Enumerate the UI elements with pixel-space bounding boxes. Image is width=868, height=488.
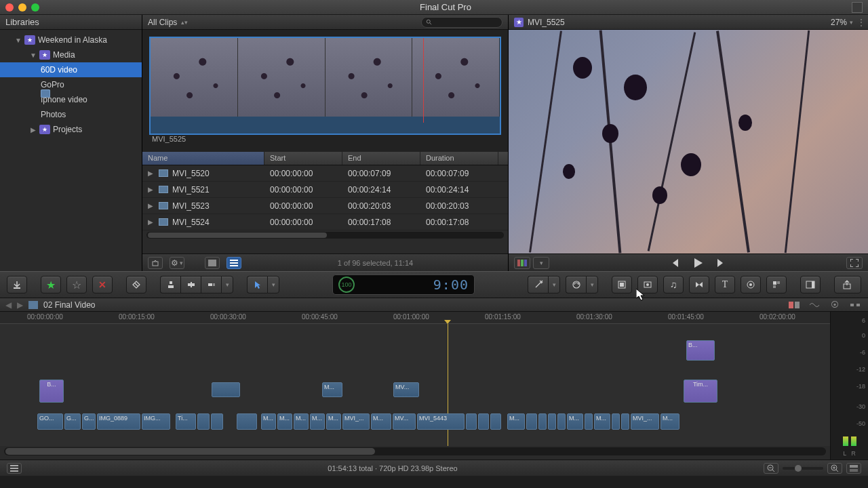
timeline-clip[interactable] — [612, 413, 620, 430]
timeline-clip[interactable]: M... — [310, 413, 325, 430]
titles-browser-button[interactable]: T — [715, 276, 735, 293]
disclosure-triangle-icon[interactable]: ▶ — [148, 202, 155, 209]
event-item[interactable]: ▶ ★ Projects — [0, 122, 142, 137]
retime-dropdown[interactable]: ▾ — [586, 276, 598, 293]
collection-item[interactable]: Iphone video — [0, 92, 142, 107]
timeline-clip[interactable]: M... — [294, 413, 309, 430]
disclosure-triangle-icon[interactable]: ▼ — [15, 37, 22, 44]
gear-menu-button[interactable]: ⚙▾ — [170, 257, 184, 269]
list-view-button[interactable] — [226, 257, 241, 269]
timeline-index-button[interactable] — [7, 463, 22, 474]
timeline-history-forward[interactable]: ▶ — [17, 300, 23, 310]
connected-clip[interactable]: M... — [322, 382, 342, 397]
horizontal-scrollbar[interactable] — [146, 232, 504, 239]
inspector-toggle-button[interactable] — [800, 276, 821, 293]
retime-button[interactable] — [566, 276, 586, 293]
timeline-clip[interactable] — [478, 413, 489, 430]
auto-enhance-button[interactable] — [528, 276, 548, 293]
share-button[interactable] — [834, 276, 861, 293]
disclosure-triangle-icon[interactable]: ▶ — [148, 186, 155, 193]
column-header-start[interactable]: Start — [264, 152, 342, 165]
clip-appearance-button[interactable] — [846, 463, 861, 474]
timeline-clip[interactable] — [585, 413, 593, 430]
zoom-out-button[interactable] — [764, 463, 778, 474]
disclosure-triangle-icon[interactable]: ▶ — [148, 218, 155, 226]
table-row[interactable]: ▶MVI_552300:00:00:0000:00:20:0300:00:20:… — [142, 198, 508, 214]
table-row[interactable]: ▶MVI_552000:00:00:0000:00:07:0900:00:07:… — [142, 165, 508, 182]
timeline-clip[interactable] — [466, 413, 477, 430]
connect-clip-button[interactable] — [160, 276, 180, 293]
themes-browser-button[interactable] — [766, 276, 787, 293]
fullscreen-viewer-button[interactable] — [846, 257, 863, 269]
timeline-history-back[interactable]: ◀ — [5, 300, 12, 310]
timeline-clip[interactable] — [538, 413, 547, 430]
timeline-clip[interactable]: MVI_5443 — [417, 413, 465, 430]
timeline-clip[interactable]: M... — [277, 413, 292, 430]
background-tasks-dial[interactable]: 100 — [338, 277, 355, 293]
timeline-clip[interactable]: M... — [371, 413, 391, 430]
enhance-dropdown[interactable]: ▾ — [548, 276, 560, 293]
snapping-toggle[interactable] — [848, 300, 863, 310]
connected-clip[interactable]: B... — [39, 380, 64, 403]
disclosure-triangle-icon[interactable]: ▼ — [30, 52, 37, 59]
collection-item[interactable]: 60D video — [0, 62, 142, 77]
timeline-clip[interactable]: M... — [507, 413, 525, 430]
timecode-display[interactable]: 100 9:00 — [332, 274, 475, 295]
zoom-window-button[interactable] — [31, 3, 39, 12]
skimmer-playhead[interactable] — [423, 38, 424, 123]
timeline-clip[interactable]: M... — [594, 413, 610, 430]
timeline-scrollbar[interactable] — [4, 447, 826, 455]
zoom-slider[interactable] — [783, 467, 823, 470]
search-input[interactable] — [421, 17, 502, 28]
append-clip-button[interactable] — [201, 276, 221, 293]
reject-button[interactable]: ✕ — [92, 276, 113, 293]
timeline-clip[interactable]: M... — [660, 413, 679, 430]
photos-browser-button[interactable] — [637, 276, 658, 293]
event-item[interactable]: ▼ ★ Media — [0, 47, 142, 62]
effects-browser-button[interactable] — [612, 276, 632, 293]
skimming-toggle[interactable] — [787, 300, 802, 310]
timeline-clip[interactable] — [557, 413, 566, 430]
disclosure-triangle-icon[interactable]: ▶ — [30, 126, 37, 134]
import-button[interactable] — [148, 257, 163, 269]
timeline-clip[interactable]: GO... — [37, 413, 63, 430]
timeline-clip[interactable]: M... — [261, 413, 276, 430]
favorite-button[interactable]: ★ — [41, 276, 61, 293]
timeline-clip[interactable] — [197, 413, 210, 430]
connected-clip[interactable]: MV... — [393, 382, 419, 397]
timeline-clip[interactable] — [237, 413, 257, 430]
timeline-clip[interactable]: M... — [567, 413, 583, 430]
unrate-button[interactable]: ☆ — [66, 276, 87, 293]
import-media-button[interactable] — [7, 276, 27, 293]
connected-clip[interactable] — [212, 382, 240, 397]
clip-filter-dropdown[interactable]: All Clips — [148, 18, 177, 27]
edit-dropdown[interactable]: ▾ — [221, 276, 233, 293]
timeline-clip[interactable]: G... — [64, 413, 81, 430]
timeline-clip[interactable]: MVI_... — [342, 413, 370, 430]
column-header-duration[interactable]: Duration — [420, 152, 498, 165]
table-row[interactable]: ▶MVI_552100:00:00:0000:00:24:1400:00:24:… — [142, 182, 508, 198]
connected-clip[interactable]: B... — [686, 340, 715, 361]
library-item[interactable]: ▼ ★ Weekend in Alaska — [0, 33, 142, 47]
select-tool-button[interactable] — [247, 276, 267, 293]
connected-clip[interactable]: Tim... — [684, 380, 717, 403]
timeline-clip[interactable]: MVI_... — [631, 413, 659, 430]
timeline-clip[interactable]: G... — [82, 413, 96, 430]
fullscreen-toggle-icon[interactable] — [852, 2, 863, 13]
keyword-editor-button[interactable] — [126, 276, 146, 293]
audio-skimming-toggle[interactable] — [807, 300, 822, 310]
viewer-canvas[interactable] — [509, 30, 868, 253]
zoom-in-button[interactable] — [827, 463, 842, 474]
chevron-updown-icon[interactable]: ▴▾ — [181, 19, 188, 26]
column-header-name[interactable]: Name — [142, 152, 264, 165]
play-button[interactable] — [690, 257, 706, 269]
timeline-ruler[interactable]: 00:00:00:0000:00:15:0000:00:30:0000:00:4… — [0, 312, 830, 324]
previous-edit-button[interactable] — [667, 257, 683, 269]
timeline-clip[interactable]: M... — [326, 413, 341, 430]
zoom-level-dropdown[interactable]: 27%▾ — [831, 18, 853, 27]
color-channels-button[interactable] — [514, 257, 530, 269]
generators-browser-button[interactable] — [741, 276, 761, 293]
timeline-clip[interactable]: MV... — [393, 413, 416, 430]
filmstrip-preview[interactable]: MVI_5525 — [142, 30, 508, 152]
timeline-clip[interactable] — [621, 413, 629, 430]
